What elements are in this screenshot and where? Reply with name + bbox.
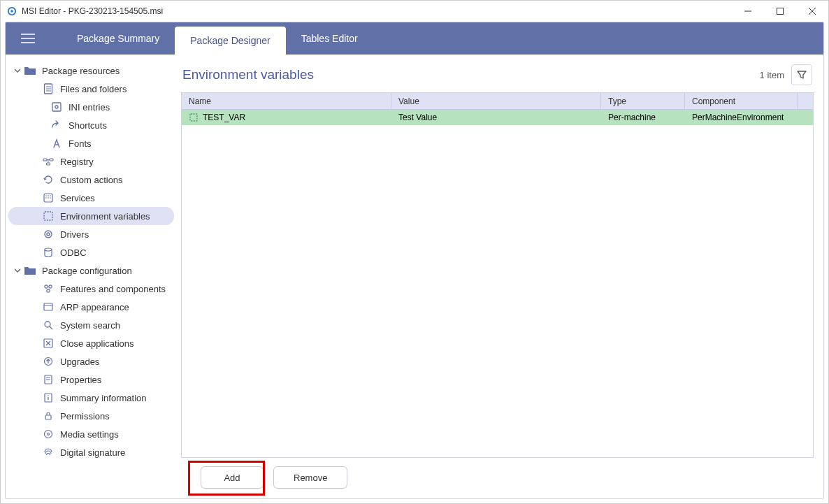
info-icon — [42, 391, 55, 404]
sidebar-item-features[interactable]: Features and components — [8, 280, 174, 298]
sidebar-item-properties[interactable]: Properties — [8, 370, 174, 389]
svg-point-30 — [45, 248, 52, 251]
svg-point-26 — [50, 197, 51, 199]
sidebar-item-upgrades[interactable]: Upgrades — [8, 352, 174, 370]
sidebar-item-files-folders[interactable]: Files and folders — [8, 80, 174, 98]
svg-point-25 — [48, 197, 49, 199]
svg-point-24 — [45, 197, 47, 199]
tab-package-designer[interactable]: Package Designer — [175, 27, 285, 55]
cell-type: Per-machine — [601, 110, 685, 125]
sidebar-item-odbc[interactable]: ODBC — [8, 243, 174, 261]
tab-package-summary[interactable]: Package Summary — [62, 22, 175, 55]
sidebar-item-permissions[interactable]: Permissions — [8, 407, 174, 425]
env-var-icon — [42, 210, 55, 222]
sidebar-label: ODBC — [60, 247, 87, 258]
cell-name: TEST_VAR — [203, 113, 245, 122]
svg-point-1 — [10, 10, 13, 13]
svg-point-32 — [49, 285, 52, 288]
close-button[interactable] — [796, 1, 828, 22]
hamburger-menu-button[interactable] — [15, 22, 41, 55]
svg-point-28 — [45, 231, 52, 238]
sidebar-item-fonts[interactable]: Fonts — [8, 134, 174, 152]
sidebar-label: Digital signature — [60, 447, 125, 458]
sidebar-item-close-apps[interactable]: Close applications — [8, 334, 174, 352]
sidebar-label: Properties — [60, 375, 101, 385]
svg-point-49 — [45, 431, 52, 438]
sidebar-item-custom-actions[interactable]: Custom actions — [8, 171, 174, 189]
sidebar-label: Package configuration — [42, 266, 132, 276]
window-title: MSI Editor - PKG-230213-154505.msi — [22, 6, 732, 16]
sidebar-item-registry[interactable]: Registry — [8, 152, 174, 171]
sidebar-item-system-search[interactable]: System search — [8, 316, 174, 334]
sidebar-item-shortcuts[interactable]: Shortcuts — [8, 116, 174, 134]
add-button[interactable]: Add — [201, 466, 264, 489]
shortcut-icon — [50, 119, 63, 131]
document-icon — [42, 82, 55, 95]
env-vars-table: Name Value Type Component TEST_VAR Test … — [181, 92, 814, 458]
minimize-button[interactable] — [732, 1, 764, 22]
svg-rect-15 — [43, 159, 47, 161]
column-header-value[interactable]: Value — [391, 93, 601, 109]
sidebar-label: Custom actions — [60, 175, 123, 185]
sidebar-label: Fonts — [69, 138, 92, 149]
tab-tables-editor[interactable]: Tables Editor — [286, 22, 373, 55]
table-row[interactable]: TEST_VAR Test Value Per-machine PerMachi… — [182, 110, 813, 125]
sidebar-item-environment-variables[interactable]: Environment variables — [8, 207, 174, 225]
sidebar-label: Services — [60, 193, 95, 203]
column-header-component[interactable]: Component — [685, 93, 798, 109]
sidebar-item-summary-info[interactable]: Summary information — [8, 389, 174, 407]
remove-button[interactable]: Remove — [273, 466, 347, 489]
sidebar-item-services[interactable]: Services — [8, 189, 174, 207]
ini-icon — [50, 101, 63, 113]
column-header-type[interactable]: Type — [601, 93, 685, 109]
sidebar-item-media[interactable]: Media settings — [8, 425, 174, 443]
svg-rect-48 — [45, 415, 51, 419]
sidebar-item-drivers[interactable]: Drivers — [8, 225, 174, 243]
sidebar-item-arp[interactable]: ARP appearance — [8, 298, 174, 316]
sidebar-group-resources[interactable]: Package resources — [8, 62, 174, 80]
upgrade-icon — [42, 355, 55, 368]
svg-point-33 — [47, 289, 50, 292]
maximize-button[interactable] — [764, 1, 796, 22]
env-var-row-icon — [189, 113, 199, 122]
sidebar-label: Media settings — [60, 429, 119, 440]
svg-rect-34 — [44, 303, 52, 310]
chevron-down-icon — [13, 266, 22, 275]
svg-point-46 — [48, 395, 49, 396]
column-header-name[interactable]: Name — [182, 93, 391, 109]
svg-point-50 — [48, 433, 50, 435]
registry-icon — [42, 155, 55, 168]
svg-point-29 — [47, 233, 50, 236]
svg-rect-3 — [777, 8, 784, 15]
sidebar-item-ini-entries[interactable]: INI entries — [8, 98, 174, 116]
svg-point-22 — [48, 195, 49, 196]
sidebar-label: ARP appearance — [60, 302, 129, 312]
svg-rect-51 — [190, 114, 197, 121]
sidebar-label: Permissions — [60, 411, 110, 422]
database-icon — [42, 246, 55, 259]
fingerprint-icon — [42, 446, 55, 459]
table-header: Name Value Type Component — [182, 93, 813, 110]
close-app-icon — [42, 337, 55, 350]
svg-rect-27 — [44, 212, 52, 220]
sidebar-label: Environment variables — [60, 211, 150, 222]
sidebar-label: Upgrades — [60, 357, 99, 367]
sidebar-group-configuration[interactable]: Package configuration — [8, 261, 174, 280]
action-icon — [42, 173, 55, 186]
svg-rect-16 — [50, 159, 53, 161]
sidebar-label: Features and components — [60, 284, 166, 294]
window-icon — [42, 301, 55, 313]
top-nav: Package Summary Package Designer Tables … — [6, 22, 823, 55]
folder-icon — [24, 264, 36, 277]
svg-rect-17 — [47, 163, 50, 165]
properties-icon — [42, 373, 55, 386]
filter-button[interactable] — [791, 64, 812, 85]
svg-point-31 — [45, 285, 48, 288]
cell-value: Test Value — [391, 110, 601, 125]
sidebar-label: Package resources — [42, 66, 120, 76]
sidebar-item-digital-signature[interactable]: Digital signature — [8, 443, 174, 461]
font-icon — [50, 137, 63, 150]
sidebar-label: INI entries — [69, 102, 110, 113]
chevron-down-icon — [13, 66, 22, 75]
lock-icon — [42, 410, 55, 422]
